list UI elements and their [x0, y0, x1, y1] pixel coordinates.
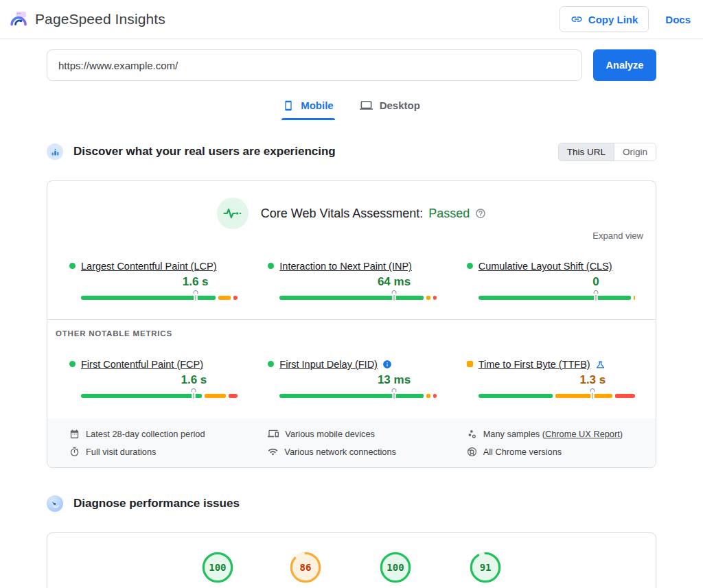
- text-suffix: ): [620, 429, 623, 439]
- p75-marker-dot: [392, 290, 397, 295]
- metric-link-fcp[interactable]: First Contentful Paint (FCP): [81, 358, 203, 371]
- gauge-accessibility[interactable]: 86Accessibility: [278, 550, 333, 588]
- score-value: 91: [468, 550, 503, 585]
- main-content: Analyze Mobile Desktop Discover what y: [0, 49, 703, 588]
- url-input[interactable]: [47, 49, 582, 81]
- poor-segment: [433, 394, 436, 398]
- collection-detail-chrome: All Chrome versions: [467, 447, 635, 457]
- tab-mobile[interactable]: Mobile: [281, 95, 335, 120]
- distribution-bar: [479, 296, 635, 300]
- other-metrics-heading: OTHER NOTABLE METRICS: [47, 320, 656, 338]
- scope-this-url-button[interactable]: This URL: [559, 143, 614, 161]
- average-rating-bullet: [467, 361, 473, 367]
- app-header: PageSpeed Insights Copy Link Docs: [0, 0, 703, 39]
- pulse-icon: [217, 198, 249, 229]
- distribution-bar: [479, 394, 635, 398]
- pagespeed-logo-icon: [10, 10, 28, 29]
- score-ring: 100: [378, 550, 413, 585]
- url-bar: Analyze: [47, 49, 656, 81]
- calendar-icon: [69, 429, 80, 439]
- distribution-bar: [81, 296, 238, 300]
- p75-marker: [590, 388, 595, 399]
- p75-marker-dot: [193, 290, 198, 295]
- link-icon: [571, 13, 583, 25]
- scope-origin-button[interactable]: Origin: [614, 143, 656, 161]
- metric-link-lcp[interactable]: Largest Contentful Paint (LCP): [81, 260, 216, 272]
- app-title: PageSpeed Insights: [35, 11, 165, 27]
- distribution-bar: [279, 296, 436, 300]
- collection-detail-text: Various network connections: [284, 447, 396, 457]
- metric-lcp: Largest Contentful Paint (LCP)1.6 s: [69, 260, 238, 303]
- metric-title: Largest Contentful Paint (LCP): [81, 260, 238, 272]
- p75-marker-dot: [590, 388, 595, 393]
- poor-segment: [233, 296, 238, 300]
- collection-detail-text: Various mobile devices: [285, 429, 375, 439]
- metric-title: Time to First Byte (TTFB): [479, 358, 635, 371]
- good-segment: [279, 296, 423, 300]
- collection-detail-wifi: Various network connections: [268, 447, 436, 457]
- tab-mobile-label: Mobile: [301, 99, 334, 111]
- gauge-performance[interactable]: 100Performance: [190, 550, 245, 588]
- category-gauges: 100Performance86Accessibility100Best Pra…: [47, 550, 656, 588]
- metric-distribution-chart: 1.6 s: [81, 274, 238, 303]
- samples-icon: [467, 429, 477, 439]
- cwv-assessment-status: Passed: [428, 207, 470, 221]
- scope-toggle: This URL Origin: [558, 143, 656, 161]
- p75-marker-stem: [595, 295, 596, 301]
- docs-link[interactable]: Docs: [665, 14, 691, 25]
- other-metrics-grid: First Contentful Paint (FCP)1.6 sFirst I…: [47, 338, 656, 401]
- chrome-ux-report-link[interactable]: Chrome UX Report: [545, 429, 620, 439]
- collection-detail-text: All Chrome versions: [483, 447, 562, 457]
- lighthouse-card: 100Performance86Accessibility100Best Pra…: [47, 532, 656, 588]
- collection-detail-devices: Various mobile devices: [268, 428, 436, 439]
- tab-desktop[interactable]: Desktop: [358, 95, 422, 120]
- collection-detail-stopwatch: Full visit durations: [69, 447, 238, 457]
- score-ring: 86: [288, 550, 323, 585]
- collection-detail-text: Latest 28-day collection period: [86, 429, 205, 439]
- metric-link-ttfb[interactable]: Time to First Byte (TTFB): [479, 358, 590, 371]
- collection-details: Latest 28-day collection periodVarious m…: [47, 419, 656, 467]
- metric-title: First Input Delay (FID): [279, 358, 436, 371]
- needs-improvement-segment: [426, 296, 431, 300]
- field-section-header: Discover what your real users are experi…: [47, 135, 656, 168]
- help-icon[interactable]: [475, 208, 486, 219]
- metric-link-inp[interactable]: Interaction to Next Paint (INP): [279, 260, 412, 272]
- metric-fid: First Input Delay (FID)13 ms: [268, 358, 436, 401]
- metric-fcp: First Contentful Paint (FCP)1.6 s: [69, 358, 238, 401]
- score-value: 100: [200, 550, 235, 585]
- good-rating-bullet: [268, 263, 274, 269]
- chrome-icon: [467, 447, 477, 457]
- expand-view-link[interactable]: Expand view: [592, 231, 643, 241]
- p75-marker-dot: [392, 388, 397, 393]
- crux-card: Core Web Vitals Assessment: Passed Expan…: [47, 180, 656, 468]
- devices-icon: [268, 428, 279, 439]
- p75-marker: [392, 388, 397, 399]
- logo-wrap[interactable]: PageSpeed Insights: [10, 10, 165, 29]
- header-actions: Copy Link Docs: [560, 6, 691, 32]
- good-rating-bullet: [467, 263, 473, 269]
- metric-title: Cumulative Layout Shift (CLS): [479, 260, 635, 272]
- metric-value-cls: 0: [592, 275, 599, 289]
- cwv-assessment-prefix: Core Web Vitals Assessment:: [261, 207, 423, 221]
- collection-detail-text: Full visit durations: [86, 447, 156, 457]
- text-prefix: Many samples (: [483, 429, 545, 439]
- metric-link-fid[interactable]: First Input Delay (FID): [279, 358, 378, 371]
- metric-link-cls[interactable]: Cumulative Layout Shift (CLS): [479, 260, 612, 272]
- info-icon[interactable]: [382, 360, 392, 369]
- core-metrics-grid: Largest Contentful Paint (LCP)1.6 sInter…: [47, 241, 656, 303]
- score-value: 100: [378, 550, 413, 585]
- experimental-flask-icon[interactable]: [595, 360, 606, 370]
- metric-inp: Interaction to Next Paint (INP)64 ms: [268, 260, 436, 303]
- gauge-seo[interactable]: 91SEO: [458, 550, 513, 588]
- metric-distribution-chart: 64 ms: [279, 274, 436, 303]
- metric-distribution-chart: 1.6 s: [81, 372, 238, 401]
- needs-improvement-segment: [426, 394, 431, 398]
- analyze-button[interactable]: Analyze: [593, 49, 656, 81]
- copy-link-button[interactable]: Copy Link: [560, 6, 649, 32]
- needs-improvement-segment: [555, 394, 613, 398]
- device-tabs: Mobile Desktop: [47, 95, 656, 120]
- distribution-bar: [81, 394, 238, 398]
- metric-title: First Contentful Paint (FCP): [81, 358, 238, 371]
- gauge-best-practices[interactable]: 100Best Practices: [366, 550, 425, 588]
- tab-desktop-label: Desktop: [380, 99, 420, 111]
